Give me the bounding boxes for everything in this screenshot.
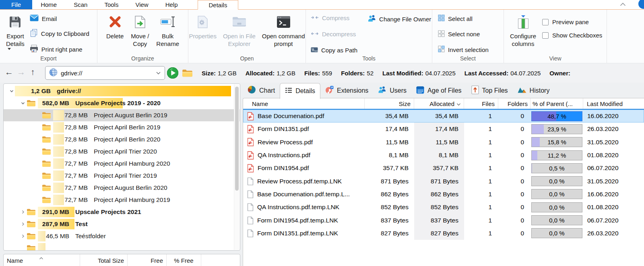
tab-chart[interactable]: Chart <box>243 83 280 98</box>
configure-columns-button[interactable]: Configurecolumns <box>507 13 539 49</box>
tree-row[interactable]: 291,0 MB Upscale Projects 2021 <box>4 206 240 218</box>
column-header-percent-of-parent[interactable]: % of Parent (... <box>530 98 583 109</box>
tree-chevron-icon[interactable] <box>19 222 27 227</box>
file-name: Base Documenation.pdf.temp.L... <box>257 191 350 198</box>
select-all-button[interactable]: Select all <box>438 15 489 23</box>
tree-scrollbar-thumb[interactable] <box>235 87 239 191</box>
back-button[interactable]: ← <box>5 67 13 77</box>
configure-columns-label-2: columns <box>510 40 536 48</box>
tree-row[interactable]: 72,7 MB Project April Hamburg 2020 <box>4 158 240 170</box>
start-scan-button[interactable] <box>167 67 179 79</box>
open-in-explorer-label-2: Explorer <box>223 40 256 48</box>
decompress-button[interactable]: Decompress <box>311 31 357 37</box>
table-row[interactable]: Form DIN1954.pdf 357,7 KB 357,7 KB 1 0 0… <box>243 162 644 175</box>
properties-button[interactable]: Properties <box>186 13 219 41</box>
bulk-rename-button[interactable]: BulkRename <box>153 13 182 49</box>
column-header-last-modified[interactable]: Last Modified <box>583 98 644 109</box>
bulk-rename-label-1: Bulk <box>156 33 179 40</box>
tree-row[interactable]: 72,7 MB Project August Berlin 2020 <box>4 182 240 194</box>
compress-button[interactable]: Compress <box>311 15 357 21</box>
tree-chevron-icon[interactable] <box>8 89 15 94</box>
cell-last-modified: 01.08.2020 <box>583 149 644 162</box>
tree-row[interactable]: 46,5 MB Teéstfolder <box>4 230 240 242</box>
copy-as-path-button[interactable]: Copy as Path <box>311 47 357 54</box>
invert-selection-button[interactable]: Invert selection <box>438 46 489 54</box>
menu-tools[interactable]: Tools <box>96 0 127 9</box>
preview-pane-checkbox[interactable]: Preview pane <box>542 19 602 25</box>
cell-allocated: 862 Bytes <box>414 188 464 201</box>
up-button[interactable]: ↑ <box>31 67 35 77</box>
compress-label: Compress <box>322 15 349 21</box>
drive-col-free[interactable]: Free <box>128 254 167 266</box>
drive-list-panel: Name Total Size Free % Free <box>3 254 240 266</box>
open-command-prompt-button[interactable]: Open commandprompt <box>259 13 308 49</box>
menu-scan[interactable]: Scan <box>65 0 96 9</box>
menu-help[interactable]: Help <box>157 0 186 9</box>
tab-top-files[interactable]: Top Files <box>466 83 513 98</box>
column-header-size[interactable]: Size <box>365 98 414 109</box>
right-panel-tabs: Chart Details Extensions Users Age of Fi… <box>243 83 554 98</box>
tree-row-size: 582,0 MB <box>38 100 69 107</box>
tab-details-context[interactable]: Details <box>198 0 239 10</box>
open-in-explorer-button[interactable]: Open in FileExplorer <box>220 13 258 49</box>
table-row[interactable]: Review Process.pdf 11,5 MB 11,5 MB 1 0 1… <box>243 136 644 149</box>
tree-row[interactable] <box>4 242 240 251</box>
tree-scrollbar[interactable] <box>234 84 239 250</box>
tree-chevron-icon[interactable] <box>19 101 27 106</box>
drive-col-percent-free[interactable]: % Free <box>167 254 201 266</box>
tree-row[interactable]: 1,2 GB gdrive:// <box>4 85 240 97</box>
column-header-name[interactable]: Name <box>243 98 365 109</box>
percent-of-parent-bar: 48,7 % <box>531 111 582 121</box>
tab-age-of-files[interactable]: Age of Files <box>411 83 466 98</box>
table-row[interactable]: Form DIN1351.pdf 17,4 MB 17,4 MB 1 0 23,… <box>243 123 644 135</box>
copy-to-clipboard-button[interactable]: Copy to Clipboard <box>30 29 89 38</box>
delete-button[interactable]: Delete <box>103 13 126 41</box>
table-row[interactable]: Base Documenation.pdf.temp.L... 862 Byte… <box>243 188 644 201</box>
email-button[interactable]: Email <box>30 15 89 23</box>
tree-chevron-icon[interactable] <box>19 210 27 214</box>
menu-view[interactable]: View <box>127 0 157 9</box>
combo-chevron-down-icon[interactable] <box>156 69 161 77</box>
menu-file[interactable]: File <box>0 0 32 9</box>
ribbon-group-export: ExportDetails Email Copy to Clipboard Pr… <box>0 10 97 63</box>
tree-row[interactable]: 72,8 MB Project April Berlin 2019 <box>4 121 240 133</box>
column-header-folders[interactable]: Folders <box>498 98 530 109</box>
collapse-ribbon-button[interactable] <box>619 1 626 8</box>
table-row[interactable]: Base Documenation.pdf 35,4 MB 35,4 MB 1 … <box>243 110 644 123</box>
table-row[interactable]: QA Instructions.pdf.temp.LNK 852 Bytes 8… <box>243 201 644 214</box>
tab-users[interactable]: Users <box>373 83 411 98</box>
drive-col-name[interactable]: Name <box>4 254 80 266</box>
tab-extensions[interactable]: Extensions <box>320 83 373 98</box>
column-header-allocated[interactable]: Allocated <box>414 98 464 109</box>
move-copy-button[interactable]: Move /Copy <box>128 13 152 49</box>
change-file-owner-button[interactable]: Change File Owner <box>368 15 431 23</box>
tree-row[interactable]: 72,8 MB Project April Trier 2020 <box>4 145 240 158</box>
menu-home[interactable]: Home <box>32 0 65 9</box>
tree-chevron-icon[interactable] <box>19 234 27 239</box>
table-row[interactable]: QA Instructions.pdf 8,1 MB 8,1 MB 1 0 11… <box>243 149 644 162</box>
column-header-files[interactable]: Files <box>464 98 498 109</box>
tree-row-size: 46,5 MB <box>38 233 69 240</box>
export-details-button[interactable]: ExportDetails <box>3 13 27 51</box>
tab-details[interactable]: Details <box>280 83 320 99</box>
address-combo[interactable] <box>45 66 165 80</box>
show-checkboxes-checkbox[interactable]: Show Checkboxes <box>542 32 602 39</box>
help-icon[interactable] <box>638 0 644 9</box>
address-input[interactable] <box>60 69 153 77</box>
table-row[interactable]: Form DIN1954.pdf.temp.LNK 837 Bytes 837 … <box>243 214 644 227</box>
table-row[interactable]: Review Process.pdf.temp.LNK 871 Bytes 87… <box>243 175 644 187</box>
cell-last-modified: 01.08.2020 <box>583 201 644 214</box>
table-row[interactable]: Form DIN1351.pdf.temp.LNK 827 Bytes 827 … <box>243 227 644 240</box>
tree-row[interactable]: 72,8 MB Project August Berlin 2019 <box>4 109 240 121</box>
tree-row-size: 72,8 MB <box>53 112 88 119</box>
tree-row[interactable]: 72,7 MB Project April Trier 2019 <box>4 170 240 182</box>
tree-row[interactable]: 72,8 MB Project April Berlin 2020 <box>4 133 240 145</box>
tree-row[interactable]: 582,0 MB Upscale Projects 2019 - 2020 <box>4 97 240 109</box>
print-right-pane-button[interactable]: Print right pane <box>30 45 89 54</box>
select-none-button[interactable]: Select none <box>438 30 489 38</box>
forward-button[interactable]: → <box>17 67 25 77</box>
tree-row[interactable]: 287,9 MB Test <box>4 218 240 230</box>
drive-col-total-size[interactable]: Total Size <box>80 254 128 266</box>
tree-row[interactable]: 72,7 MB Project April Hamburg 2019 <box>4 194 240 206</box>
tab-history[interactable]: History <box>513 83 555 98</box>
